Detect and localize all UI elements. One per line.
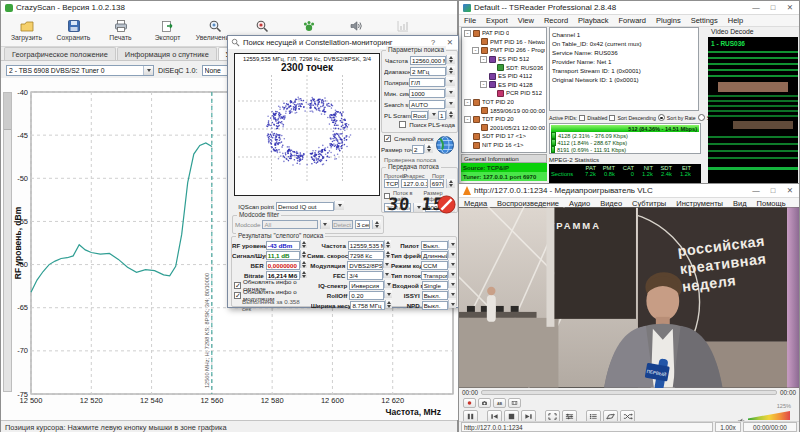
collapse-icon[interactable]: -: [464, 99, 471, 106]
tree-item[interactable]: PMT PID 16 - Network: [463, 38, 545, 47]
result-value[interactable]: 7298 Кс: [348, 251, 384, 260]
tab-географическое-положение[interactable]: Географическое положение: [4, 47, 116, 60]
spinner-icon[interactable]: [384, 240, 391, 248]
result-select[interactable]: CCM: [421, 261, 448, 270]
print-button[interactable]: Печать: [97, 16, 144, 45]
load-button[interactable]: Загрузить: [3, 16, 50, 45]
tsreader-menu-plugins[interactable]: Plugins: [651, 15, 686, 26]
minimize-button[interactable]: —: [751, 186, 761, 195]
param-поляризация[interactable]: ПоляризацияГ/Л: [384, 77, 455, 87]
prohibit-icon[interactable]: [437, 195, 456, 214]
source-row[interactable]: Source: TCP&IP: [461, 163, 547, 172]
result-select[interactable]: Длинный: [421, 251, 448, 260]
ab-loop-button[interactable]: AB: [493, 398, 506, 408]
maximize-button[interactable]: □: [768, 3, 778, 12]
tree-item[interactable]: -ES PID 512: [463, 55, 545, 64]
save-button[interactable]: Сохранить: [50, 16, 97, 45]
spinner-icon[interactable]: [446, 110, 455, 119]
result-value[interactable]: Инверсия: [349, 281, 384, 290]
collapse-icon[interactable]: -: [480, 81, 487, 88]
pid-row[interactable]: 4112 (1.84% - 288.67 Kbps): [551, 139, 699, 146]
result-value[interactable]: -43 dBm: [266, 241, 300, 250]
param-search-standard[interactable]: Search standardAUTO: [384, 99, 455, 109]
tsreader-menu-record[interactable]: Record: [539, 15, 573, 26]
chart-side-scrollbar[interactable]: [3, 92, 12, 392]
result-select[interactable]: Выкл.: [421, 241, 448, 250]
spinner-icon[interactable]: [446, 179, 455, 188]
dot-size-input[interactable]: 2: [412, 145, 424, 154]
channel-info-panel[interactable]: Channel 1On Table_ID: 0x42 (current mux)…: [549, 27, 699, 111]
spinner-icon[interactable]: [300, 260, 307, 268]
tsreader-titlebar[interactable]: Default -- TSReader Professional 2.8.48 …: [459, 1, 799, 15]
collapse-icon[interactable]: -: [464, 116, 471, 123]
tsreader-menu-file[interactable]: File: [459, 15, 481, 26]
result-value[interactable]: 0,0000000: [266, 261, 300, 270]
playback-rate[interactable]: 1.00x: [715, 422, 741, 432]
active-pids-list[interactable]: 512 (84.36% - 14.51 Mbps)4128 (2.31% - 3…: [549, 123, 701, 154]
tree-item[interactable]: -PAT PID 0: [463, 29, 545, 38]
param-pl-scramble-code[interactable]: PL Scramble codeRoot1: [384, 110, 455, 120]
tree-item[interactable]: -ES PID 4128: [463, 81, 545, 90]
maximize-button[interactable]: □: [768, 186, 778, 195]
close-button[interactable]: ✕: [785, 3, 795, 12]
disabled-checkbox[interactable]: [579, 115, 585, 121]
result-value[interactable]: DVBS2/8PSK: [347, 261, 383, 270]
tree-item[interactable]: 2001/05/21 12:00:00: [463, 124, 545, 133]
spinner-icon[interactable]: [372, 220, 381, 229]
pid-row[interactable]: 4128 (2.31% - 376.09 Kbps): [551, 132, 699, 139]
iqscan-select[interactable]: Demod IQ out: [276, 202, 334, 211]
sort-descending-checkbox[interactable]: [609, 115, 615, 121]
result-value[interactable]: 0.20: [349, 291, 384, 300]
spinner-icon[interactable]: [300, 250, 307, 258]
tuner-row[interactable]: Tuner: 127.0.0.1 port 6970: [461, 172, 547, 181]
tree-item[interactable]: -PMT PID 266 - Progr. 1: [463, 46, 545, 55]
detect-button[interactable]: Detect: [332, 220, 353, 229]
snapshot-button[interactable]: [478, 398, 491, 408]
record-button[interactable]: [463, 398, 476, 408]
pid-row[interactable]: 512 (84.36% - 14.51 Mbps): [551, 125, 699, 132]
spinner-icon[interactable]: [385, 300, 392, 308]
tree-item[interactable]: -TDT PID 20: [463, 115, 545, 124]
close-button[interactable]: ✕: [445, 38, 455, 47]
result-select[interactable]: Выкл.: [422, 291, 448, 300]
tree-item[interactable]: -TOT PID 20: [463, 98, 545, 107]
tsreader-menu-playback[interactable]: Playback: [573, 15, 613, 26]
tsreader-menu-forward[interactable]: Forward: [614, 15, 652, 26]
tsreader-menu-export[interactable]: Export: [481, 15, 513, 26]
crazyscan-titlebar[interactable]: CrazyScan - Версия 1.0.2.138: [1, 1, 457, 15]
modcode-select[interactable]: All: [262, 220, 317, 229]
export-button[interactable]: Экспорт: [144, 16, 191, 45]
tsreader-menu-help[interactable]: Help: [723, 15, 748, 26]
seek-bar[interactable]: [481, 390, 777, 395]
param-частота[interactable]: Частота12560,000 МГц: [384, 55, 455, 65]
tree-item[interactable]: 1859/06/19 00:00:00: [463, 106, 545, 115]
video-frame[interactable]: ПРОГРАММА российская креативная неделя: [459, 207, 799, 388]
result-select[interactable]: Выкл.: [422, 301, 448, 310]
param-мин-симв-скорость[interactable]: Мин. симв. скорость1000: [384, 88, 455, 98]
result-value[interactable]: 8.758 МГц: [350, 301, 385, 310]
result-select[interactable]: Transport: [421, 271, 448, 280]
collapse-icon[interactable]: -: [480, 56, 487, 63]
protocol-select[interactable]: TCP: [384, 179, 399, 188]
spinner-icon[interactable]: [384, 250, 391, 258]
frame-button[interactable]: [508, 398, 521, 408]
tree-item[interactable]: PCR PID 512: [463, 89, 545, 98]
pid-tree-panel[interactable]: -PAT PID 0PMT PID 16 - Network-PMT PID 2…: [461, 27, 547, 153]
vlc-titlebar[interactable]: http://127.0.0.1:1234 - Медиапроигрывате…: [459, 184, 799, 198]
result-value[interactable]: 3/4: [347, 271, 383, 280]
collapse-icon[interactable]: -: [472, 47, 479, 54]
tab-информация-о-спутнике[interactable]: Информация о спутнике: [117, 47, 217, 60]
tree-item[interactable]: SDT PID 17 <1>: [463, 132, 545, 141]
close-button[interactable]: ✕: [785, 186, 795, 195]
spinner-icon[interactable]: [446, 55, 455, 64]
tsreader-menu-view[interactable]: View: [513, 15, 539, 26]
tree-item[interactable]: NIT PID 16 <1>: [463, 141, 545, 150]
port-input[interactable]: 6970: [430, 179, 444, 188]
sort-by-rate-radio[interactable]: [658, 114, 665, 121]
ip-input[interactable]: 127.0.0.1: [401, 179, 427, 188]
sort-by-pid-radio[interactable]: [698, 114, 705, 121]
spinner-icon[interactable]: [424, 144, 433, 153]
spinner-icon[interactable]: [300, 270, 307, 278]
result-value[interactable]: 12559,535 МГ: [348, 241, 384, 250]
volume-area[interactable]: 125%: [737, 406, 793, 422]
